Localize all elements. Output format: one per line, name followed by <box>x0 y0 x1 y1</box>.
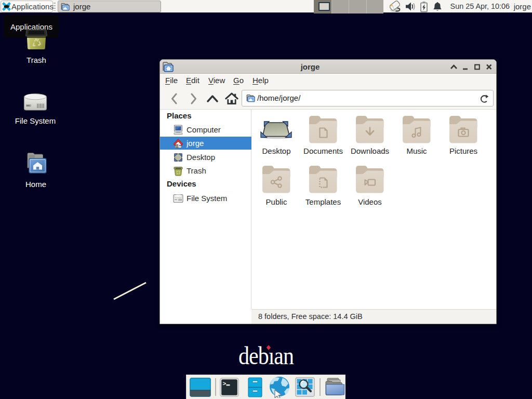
svg-text:>: > <box>223 380 227 387</box>
